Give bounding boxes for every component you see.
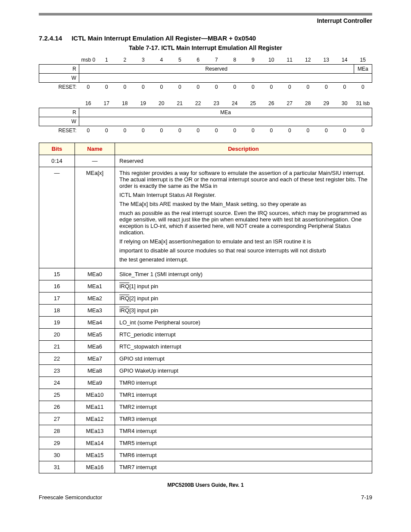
cell-bits: 27 <box>39 413 75 425</box>
cell-description: TMR3 interrupt <box>115 413 372 425</box>
table-caption: Table 7-17. ICTL Main Interrupt Emulatio… <box>39 44 372 51</box>
cell-name: — <box>75 155 115 167</box>
table-row: 30MEa15TMR6 interrupt <box>39 449 372 461</box>
table-row: 16MEa1IRQ[1] input pin <box>39 280 372 292</box>
table-row: 18MEa3IRQ[3] input pin <box>39 305 372 317</box>
field-mea: MEa <box>79 108 372 117</box>
cell-name: MEa7 <box>75 353 115 365</box>
table-row: 21MEa6RTC_stopwatch interrupt <box>39 341 372 353</box>
table-row: 24MEa9TMR0 interrupt <box>39 377 372 389</box>
cell-bits: 0:14 <box>39 155 75 167</box>
footer-center: MPC5200B Users Guide, Rev. 1 <box>39 482 372 488</box>
cell-name: MEa10 <box>75 389 115 401</box>
bit-diagram-upper: msb 0123 4567 891011 12131415 R Reserved… <box>39 56 372 91</box>
cell-name: MEa0 <box>75 268 115 280</box>
table-row: 22MEa7GPIO std interrupt <box>39 353 372 365</box>
cell-description: Reserved <box>115 155 372 167</box>
table-row: 26MEa11TMR2 interrupt <box>39 401 372 413</box>
cell-name: MEa2 <box>75 292 115 305</box>
table-row: 19MEa4LO_int (some Peripheral source) <box>39 317 372 329</box>
cell-bits: 17 <box>39 292 75 305</box>
table-row: 31MEa16TMR7 interrupt <box>39 461 372 473</box>
cell-description: RTC_periodic interrupt <box>115 329 372 341</box>
header-bar <box>39 13 372 16</box>
table-row: 25MEa10TMR1 interrupt <box>39 389 372 401</box>
cell-bits: 30 <box>39 449 75 461</box>
cell-bits: 22 <box>39 353 75 365</box>
cell-bits: 28 <box>39 425 75 437</box>
cell-description: TMR1 interrupt <box>115 389 372 401</box>
cell-bits: 26 <box>39 401 75 413</box>
cell-bits: 24 <box>39 377 75 389</box>
section-heading: 7.2.4.14 ICTL Main Interrupt Emulation A… <box>39 34 372 42</box>
row-label-w: W <box>39 117 79 126</box>
cell-description: TMR6 interrupt <box>115 449 372 461</box>
field-reserved: Reserved <box>79 65 354 74</box>
cell-description: IRQ[3] input pin <box>115 305 372 317</box>
table-row: —MEa[x]This register provides a way for … <box>39 167 372 268</box>
cell-name: MEa[x] <box>75 167 115 268</box>
bit-diagram-lower: 16171819 20212223 24252627 28293031 lsb … <box>39 99 372 135</box>
cell-bits: 21 <box>39 341 75 353</box>
footer-left: Freescale Semiconductor <box>39 494 102 501</box>
cell-description: TMR5 interrupt <box>115 437 372 449</box>
table-row: 23MEa8GPIO WakeUp interrupt <box>39 365 372 377</box>
row-label-w: W <box>39 74 79 83</box>
bit-number-row: msb 0123 4567 891011 12131415 <box>39 56 372 65</box>
cell-description: GPIO WakeUp interrupt <box>115 365 372 377</box>
field-mea-bit15: MEa <box>354 65 372 74</box>
cell-description: TMR4 interrupt <box>115 425 372 437</box>
table-row: 15MEa0Slice_Timer 1 (SMI interrupt only) <box>39 268 372 280</box>
cell-bits: 29 <box>39 437 75 449</box>
cell-bits: 23 <box>39 365 75 377</box>
cell-bits: 16 <box>39 280 75 292</box>
table-row: 27MEa12TMR3 interrupt <box>39 413 372 425</box>
cell-name: MEa8 <box>75 365 115 377</box>
row-label-r: R <box>39 108 79 117</box>
section-title: ICTL Main Interrupt Emulation All Regist… <box>72 34 256 42</box>
cell-name: MEa1 <box>75 280 115 292</box>
cell-name: MEa5 <box>75 329 115 341</box>
table-row: 20MEa5RTC_periodic interrupt <box>39 329 372 341</box>
col-header-name: Name <box>75 143 115 155</box>
cell-description: LO_int (some Peripheral source) <box>115 317 372 329</box>
row-label-r: R <box>39 65 79 74</box>
reset-row: RESET: 0000 0000 0000 0000 <box>39 83 372 92</box>
col-header-bits: Bits <box>39 143 75 155</box>
cell-bits: 15 <box>39 268 75 280</box>
table-row: 28MEa13TMR4 interrupt <box>39 425 372 437</box>
cell-name: MEa16 <box>75 461 115 473</box>
description-table: Bits Name Description 0:14—Reserved—MEa[… <box>39 143 372 473</box>
cell-name: MEa9 <box>75 377 115 389</box>
reset-row: RESET: 0000 0000 0000 0000 <box>39 126 372 135</box>
cell-bits: 31 <box>39 461 75 473</box>
document-section-title: Interrupt Controller <box>39 17 372 24</box>
table-row: 29MEa14TMR5 interrupt <box>39 437 372 449</box>
table-row: 0:14—Reserved <box>39 155 372 167</box>
cell-name: MEa3 <box>75 305 115 317</box>
cell-description: This register provides a way for softwar… <box>115 167 372 268</box>
table-row: 17MEa2IRQ[2] input pin <box>39 292 372 305</box>
field-w-empty <box>79 74 372 83</box>
cell-bits: 25 <box>39 389 75 401</box>
cell-bits: 18 <box>39 305 75 317</box>
cell-name: MEa11 <box>75 401 115 413</box>
bit-number-row: 16171819 20212223 24252627 28293031 lsb <box>39 99 372 108</box>
cell-description: Slice_Timer 1 (SMI interrupt only) <box>115 268 372 280</box>
cell-name: MEa4 <box>75 317 115 329</box>
footer-right: 7-19 <box>361 494 372 501</box>
section-number: 7.2.4.14 <box>39 34 70 42</box>
cell-description: GPIO std interrupt <box>115 353 372 365</box>
cell-name: MEa14 <box>75 437 115 449</box>
cell-name: MEa12 <box>75 413 115 425</box>
field-w-empty <box>79 117 372 126</box>
cell-description: TMR7 interrupt <box>115 461 372 473</box>
cell-description: RTC_stopwatch interrupt <box>115 341 372 353</box>
cell-bits: 20 <box>39 329 75 341</box>
col-header-desc: Description <box>115 143 372 155</box>
cell-bits: — <box>39 167 75 268</box>
cell-description: IRQ[1] input pin <box>115 280 372 292</box>
cell-name: MEa15 <box>75 449 115 461</box>
cell-description: IRQ[2] input pin <box>115 292 372 305</box>
cell-name: MEa13 <box>75 425 115 437</box>
